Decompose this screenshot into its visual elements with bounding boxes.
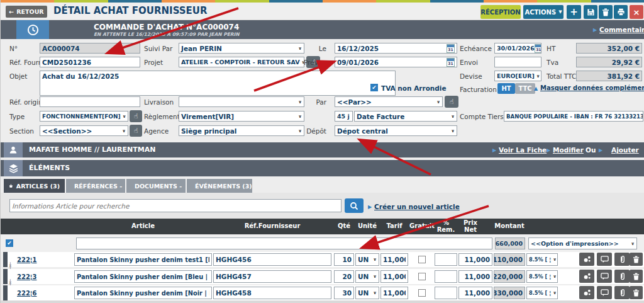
save-button[interactable] [584, 5, 597, 19]
date-facture-select[interactable]: Date Facture∨ [354, 111, 457, 122]
type-select[interactable]: FONCTIONNEMENT[FON]∨ [40, 111, 128, 122]
tva-non-arrondie-checkbox[interactable]: ✔ [370, 84, 378, 91]
row-article-input[interactable] [74, 253, 212, 266]
select-all-checkbox[interactable]: ✔ [6, 239, 13, 247]
calendar-icon[interactable]: 31 [447, 44, 455, 53]
row-prix-net-input[interactable] [458, 287, 492, 299]
row-tarif-input[interactable] [380, 270, 408, 283]
echeance-date-field[interactable]: 30/01/2026 31 [494, 43, 541, 54]
section-picker-button[interactable]: ☝ [130, 125, 142, 137]
devise-select[interactable]: EURO[EUR]∨ [494, 71, 541, 81]
print-button[interactable] [614, 5, 628, 19]
row-prix-net-input[interactable] [458, 270, 492, 283]
ajouter-link[interactable]: Ajouter [611, 146, 639, 154]
search-button[interactable] [345, 198, 364, 213]
facturation-ttc-toggle[interactable]: TTC [515, 83, 535, 94]
row-rem-input[interactable] [435, 253, 457, 266]
filter-input[interactable] [76, 237, 492, 249]
row-drag-bar[interactable] [3, 285, 8, 300]
reglement-select[interactable]: Virement[VIR]∨ [179, 111, 304, 122]
row-qty-input[interactable] [334, 253, 354, 266]
row-gratuit-checkbox[interactable] [418, 256, 426, 263]
tab-articles[interactable]: ARTICLES (3) [4, 179, 65, 193]
article-search-input[interactable] [9, 199, 341, 212]
section-select[interactable]: <<Section>>∨ [40, 125, 128, 136]
collapse-arrow-icon: ▲ [534, 86, 538, 91]
tab-evenements[interactable]: ÉVÉNEMENTS (3) [187, 179, 252, 193]
agence-select[interactable]: Siège principal∨ [179, 125, 304, 136]
row-delete-button[interactable] [630, 253, 643, 266]
row-prix-net-input[interactable] [458, 253, 492, 266]
row-tarif-input[interactable] [380, 253, 408, 266]
row-tarif-input[interactable] [380, 287, 408, 299]
calendar-icon[interactable]: 31 [535, 44, 541, 53]
row-comment-button[interactable] [597, 253, 612, 266]
row-variants-button[interactable] [579, 270, 594, 283]
row-attachment-button[interactable] [614, 286, 630, 299]
add-button[interactable]: + [567, 5, 581, 19]
row-tva-select[interactable]: 8.5% [ ¦∨ [526, 287, 558, 299]
row-article-input[interactable] [74, 287, 212, 299]
envoi-input[interactable] [494, 57, 541, 67]
row-variants-button[interactable] [579, 253, 594, 266]
print-option-select[interactable]: <<Option d'impression>>∨ [528, 237, 637, 249]
voir-la-fiche-link[interactable]: Voir La Fiche [499, 146, 547, 154]
ref-fournis-input[interactable] [40, 57, 140, 67]
row-tva-select[interactable]: 8.5% [ ¦∨ [526, 270, 558, 283]
calendar-icon[interactable]: 31 [447, 58, 455, 67]
row-code-link[interactable]: 222¦3 [17, 273, 36, 280]
close-button[interactable]: × [630, 5, 643, 19]
row-unit-select[interactable]: UN∨ [355, 270, 379, 283]
modifier-link[interactable]: Modifier [553, 146, 584, 154]
le-date-field[interactable]: 16/12/2025 31 [335, 43, 457, 54]
row-article-input[interactable] [74, 270, 212, 283]
row-gratuit-checkbox[interactable] [418, 289, 426, 297]
par-select[interactable]: <<Par>>∨ [335, 96, 443, 107]
row-qty-input[interactable] [334, 287, 354, 299]
row-code-link[interactable]: 222¦6 [17, 290, 36, 297]
row-tva-select[interactable]: 8.5% [ ¦∨ [526, 253, 558, 266]
row-unit-select[interactable]: UN∨ [355, 253, 379, 266]
prevue-date-field[interactable]: 09/01/2026 31 [335, 57, 457, 67]
comments-link[interactable]: Commentaires [599, 26, 644, 33]
facturation-ht-toggle[interactable]: HT [497, 83, 515, 94]
tab-documents[interactable]: DOCUMENTS - [126, 179, 186, 193]
depot-select[interactable]: Dépot central∨ [335, 125, 457, 136]
livraison-select[interactable]: ∨ [179, 96, 304, 107]
row-variants-button[interactable] [579, 286, 594, 299]
row-unit-select[interactable]: UN∨ [355, 287, 379, 299]
delete-button[interactable] [599, 5, 613, 19]
chevron-down-icon: ∨ [536, 74, 540, 79]
row-ref-input[interactable] [213, 270, 331, 283]
tab-references[interactable]: RÉFÉRENCES - [66, 179, 125, 193]
row-delete-button[interactable] [630, 286, 643, 299]
row-comment-button[interactable] [597, 270, 612, 283]
type-picker-button[interactable]: ☝ [130, 110, 142, 122]
row-delete-button[interactable] [630, 270, 643, 283]
objet-textarea[interactable]: Achat du 16/12/2025 [40, 71, 396, 96]
row-drag-bar[interactable] [3, 252, 8, 267]
create-article-link[interactable]: Créer un nouvel article [374, 203, 460, 210]
print-option-value: <<Option d'impression>> [531, 240, 619, 247]
row-ref-input[interactable] [213, 287, 331, 299]
actions-button[interactable]: ACTIONS ▼ [523, 5, 564, 19]
row-ref-input[interactable] [213, 253, 331, 266]
row-comment-button[interactable] [597, 286, 612, 299]
back-button[interactable]: ← RETOUR [6, 6, 47, 18]
row-attachment-button[interactable] [614, 270, 630, 283]
compte-tiers-select[interactable]: BANQUE POPULAIRE - IBAN : FR 76 32133213… [504, 111, 643, 122]
row-attachment-button[interactable] [614, 253, 630, 266]
projet-select[interactable]: ATELIER - COMPTOIR - RETOUR SAV∨ [179, 57, 304, 67]
par-picker-button[interactable]: ☝ [445, 96, 458, 108]
row-gratuit-checkbox[interactable] [418, 273, 426, 280]
row-rem-input[interactable] [435, 287, 457, 299]
row-code-link[interactable]: 222¦1 [17, 256, 36, 263]
ref-origine-input[interactable] [40, 96, 140, 107]
suivi-select[interactable]: Jean PERIN∨ [179, 43, 304, 54]
reception-button[interactable]: RÉCEPTION [480, 5, 521, 19]
masquer-link[interactable]: Masquer données complémentaires [540, 84, 644, 91]
delai-input[interactable]: 45 j [335, 111, 353, 122]
row-drag-bar[interactable] [3, 269, 8, 284]
row-rem-input[interactable] [435, 270, 457, 283]
row-qty-input[interactable] [334, 270, 354, 283]
